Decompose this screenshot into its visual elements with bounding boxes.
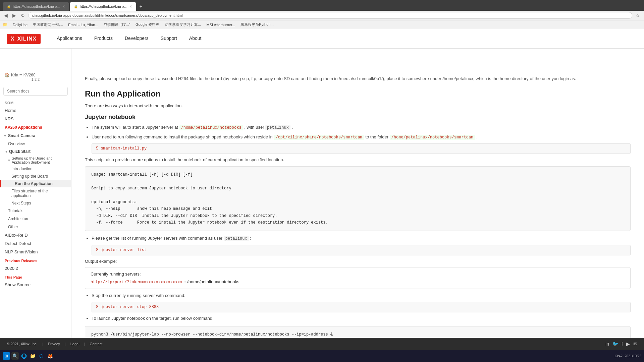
new-tab-button[interactable]: + — [137, 2, 145, 11]
start-button[interactable]: ⊞ — [3, 352, 10, 360]
code-block: usage: smartcam-install [-h] [-d DIR] [-… — [85, 166, 631, 231]
bullet-3: Please get the list of running Jupyter s… — [92, 235, 631, 255]
sidebar-architecture[interactable]: Architecture — [0, 215, 71, 223]
bullet1-text2: , with user — [244, 125, 264, 130]
bookmark-6[interactable]: 助学享深度学习计算... — [163, 21, 202, 28]
email-icon[interactable]: ✉ — [633, 341, 637, 347]
nav-about[interactable]: About — [183, 29, 208, 49]
content-area: Finally, please upload or copy these tra… — [71, 49, 644, 338]
bookmark-2[interactable]: 中国政府网.手机... — [32, 21, 64, 28]
sidebar-setting-up[interactable]: ▼ Setting up the Board and Application d… — [0, 155, 71, 165]
search-input[interactable] — [3, 87, 68, 96]
forward-button[interactable]: ▶ — [11, 12, 17, 19]
sidebar-krs[interactable]: KRS — [0, 115, 71, 123]
search-taskbar-icon[interactable]: 🔍 — [11, 352, 19, 360]
sidebar-defect-detect[interactable]: Defect Detect — [0, 239, 71, 248]
footer-privacy[interactable]: Privacy — [48, 342, 60, 346]
taskbar-date: 2021/10/25 — [625, 354, 641, 358]
taskbar: ⊞ 🔍 🌐 📁 ⬡ 🦊 13:42 2021/10/25 — [0, 350, 644, 362]
footer-copyright: © 2021, Xilinx, Inc. — [7, 342, 38, 346]
browser-chrome: 🔒 https://xilinx.github.io/kria-a... ✕ 🔒… — [0, 0, 644, 11]
browser-tab-2[interactable]: 🔒 https://xilinx.github.io/kria-a... ✕ — [70, 2, 136, 11]
sidebar-nlp-smartvision[interactable]: NLP SmartVision — [0, 248, 71, 256]
nav-products[interactable]: Products — [88, 29, 119, 49]
sidebar-setting-up-board[interactable]: Setting up the Board — [0, 173, 71, 180]
address-bar[interactable] — [28, 12, 632, 19]
jupyter-heading: Jupyter notebook — [85, 114, 631, 121]
footer-left: © 2021, Xilinx, Inc. | Privacy | Legal |… — [7, 342, 102, 346]
stop-cmd: $ jupyter-server stop 8888 — [92, 302, 631, 312]
bookmark-button[interactable]: ☆ — [634, 12, 641, 19]
sidebar-quick-start[interactable]: ▼ Quick Start — [0, 148, 71, 155]
bullet2-code1: /opt/xilinx/share/notebooks/smartcam — [274, 135, 364, 140]
browser-toolbar: ◀ ▶ ↻ ☆ — [0, 11, 644, 20]
xilinx-text: XILINX — [17, 36, 37, 42]
kria-title: Kria™ KV260 — [11, 73, 36, 77]
sidebar-overview[interactable]: Overview — [0, 140, 71, 148]
sidebar-kv260-apps[interactable]: KV260 Applications — [0, 123, 71, 132]
bullet-5: To launch Jupyter notebook on the target… — [92, 315, 631, 322]
bookmark-7[interactable]: MSI Afterburner... — [205, 22, 237, 27]
bullet4-text: Stop the currently running server with c… — [92, 293, 185, 298]
vscode-icon[interactable]: ⬡ — [38, 352, 45, 360]
tab-2-close[interactable]: ✕ — [129, 5, 132, 8]
sidebar-smart-camera[interactable]: ▼ Smart Camera — [0, 132, 71, 140]
output-box: Currently running servers: http://ip:por… — [85, 267, 631, 289]
bullet-2: User need to run following command to in… — [92, 134, 631, 154]
sidebar-header: 🏠 Kria™ KV260 1.2.2 — [0, 69, 71, 84]
script-desc: This script also provides more options t… — [85, 157, 631, 162]
linkedin-icon[interactable]: in — [605, 341, 609, 347]
back-button[interactable]: ◀ — [3, 12, 9, 19]
content-list-3: Stop the currently running server with c… — [92, 292, 631, 322]
youtube-icon[interactable]: ▶ — [626, 341, 630, 347]
taskbar-time: 13:42 — [614, 354, 623, 358]
nav-support[interactable]: Support — [155, 29, 183, 49]
site-footer: © 2021, Xilinx, Inc. | Privacy | Legal |… — [0, 338, 644, 350]
nav-links: Applications Products Developers Support… — [51, 29, 207, 49]
bullet3-colon: : — [250, 236, 251, 241]
nav-developers[interactable]: Developers — [119, 29, 155, 49]
output-path: :: /home/petalinux/notebooks — [183, 279, 239, 284]
twitter-icon[interactable]: 🐦 — [612, 341, 618, 347]
bookmark-3[interactable]: Email - Lu, Yifan... — [67, 22, 99, 27]
tab-1-title: https://xilinx.github.io/kria-a... — [13, 4, 60, 8]
sidebar-aibox-reid[interactable]: AIBox-ReID — [0, 231, 71, 239]
sidebar-other[interactable]: Other — [0, 223, 71, 231]
bookmark-4[interactable]: 谷歌翻译（I'7..." — [102, 21, 131, 28]
content-list-2: Please get the list of running Jupyter s… — [92, 235, 631, 255]
facebook-icon[interactable]: f — [622, 341, 623, 347]
nav-applications[interactable]: Applications — [51, 29, 88, 49]
sidebar-2020-2[interactable]: 2020.2 — [0, 264, 71, 273]
output-example-label: Output example: — [85, 259, 631, 264]
breadcrumb[interactable]: 🏠 Kria™ KV260 — [5, 73, 66, 77]
sidebar-next-steps[interactable]: Next Steps — [0, 199, 71, 207]
refresh-button[interactable]: ↻ — [19, 12, 26, 19]
bookmark-8[interactable]: 黑马程序员Python... — [239, 21, 275, 28]
bullet5-text: To launch Jupyter notebook on the target… — [92, 316, 214, 321]
tab-2-title: https://xilinx.github.io/kria-a... — [80, 4, 127, 8]
launch-cmd-block: python3 /usr/bin/jupyter-lab --no-browse… — [85, 326, 631, 338]
chevron-down-icon: ▼ — [3, 134, 7, 138]
sidebar-tutorials[interactable]: Tutorials — [0, 207, 71, 215]
sidebar-home[interactable]: Home — [0, 106, 71, 115]
sidebar-som-label: SOM — [0, 98, 71, 106]
bullet-1: The system will auto start a Jupyter ser… — [92, 124, 631, 131]
footer-legal[interactable]: Legal — [70, 342, 79, 346]
bookmark-dailyuse[interactable]: DailyUse — [11, 22, 29, 27]
app-icon-1[interactable]: 🦊 — [46, 352, 54, 360]
bookmark-5[interactable]: Google 资料夹 — [134, 21, 161, 28]
browser-tab-1[interactable]: 🔒 https://xilinx.github.io/kria-a... ✕ — [3, 2, 69, 11]
xilinx-logo[interactable]: X XILINX — [7, 34, 41, 44]
sidebar-show-source[interactable]: Show Source — [0, 281, 71, 289]
sidebar-run-application[interactable]: Run the Application — [0, 180, 71, 187]
main-subtext: There are two ways to interact with the … — [85, 103, 631, 108]
edge-icon[interactable]: 🌐 — [20, 352, 28, 360]
tab-1-close[interactable]: ✕ — [62, 5, 65, 8]
bullet-4: Stop the currently running server with c… — [92, 292, 631, 312]
sidebar-files-structure[interactable]: Files structure of the application — [0, 187, 71, 199]
chevron-down-icon-2: ▼ — [5, 150, 8, 154]
sidebar-introduction[interactable]: Introduction — [0, 165, 71, 173]
explorer-icon[interactable]: 📁 — [29, 352, 36, 360]
bullet2-text: User need to run following command to in… — [92, 134, 273, 139]
footer-contact[interactable]: Contact — [90, 342, 102, 346]
